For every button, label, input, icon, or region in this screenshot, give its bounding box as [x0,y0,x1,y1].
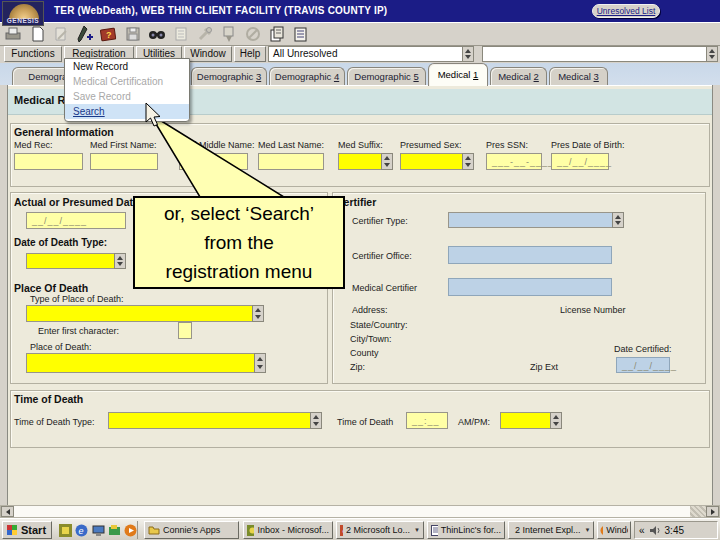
mouse-cursor-icon [0,0,720,540]
application-window: TER (WebDeath), WEB THIN CLIENT FACILITY… [0,0,720,540]
genesis-logo: GENESIS [2,1,44,26]
